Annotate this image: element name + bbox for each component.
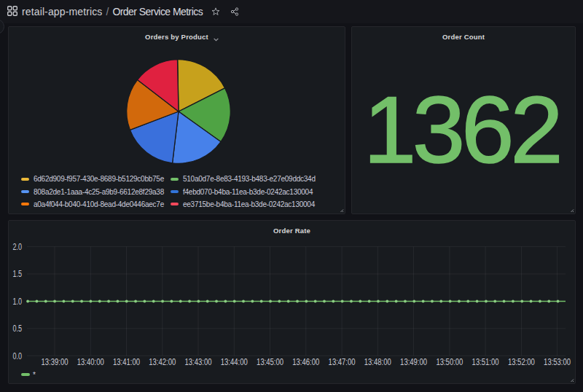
svg-text:13:42:00: 13:42:00 [149, 357, 176, 367]
svg-text:1.0: 1.0 [13, 297, 23, 307]
svg-text:1.5: 1.5 [13, 269, 23, 279]
svg-text:0.5: 0.5 [13, 324, 23, 334]
svg-text:13:52:00: 13:52:00 [508, 357, 535, 367]
svg-text:13:49:00: 13:49:00 [400, 357, 427, 367]
svg-text:13:41:00: 13:41:00 [113, 357, 140, 367]
svg-text:13:46:00: 13:46:00 [292, 357, 319, 367]
svg-text:13:47:00: 13:47:00 [329, 357, 356, 367]
svg-text:13:51:00: 13:51:00 [472, 357, 499, 367]
svg-text:13:43:00: 13:43:00 [185, 357, 212, 367]
svg-text:13:44:00: 13:44:00 [221, 357, 248, 367]
svg-text:13:48:00: 13:48:00 [364, 357, 391, 367]
svg-text:13:50:00: 13:50:00 [436, 357, 463, 367]
svg-text:2.0: 2.0 [13, 242, 23, 252]
svg-text:13:40:00: 13:40:00 [77, 357, 104, 367]
svg-text:13:39:00: 13:39:00 [42, 357, 69, 367]
svg-text:13:45:00: 13:45:00 [257, 357, 283, 367]
svg-text:0.0: 0.0 [13, 351, 23, 361]
svg-text:13:53:00: 13:53:00 [544, 357, 571, 367]
